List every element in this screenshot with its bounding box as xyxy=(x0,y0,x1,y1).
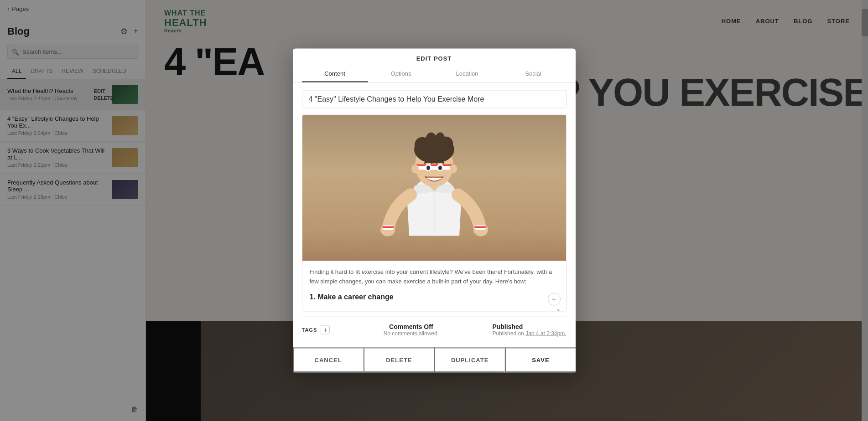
tab-options[interactable]: Options xyxy=(368,66,434,82)
save-button[interactable]: SAVE xyxy=(505,348,575,373)
publish-section: Published Published on Jan 4 at 2:34pm. xyxy=(492,323,566,336)
comments-status: Comments Off xyxy=(384,323,439,330)
add-tag-button[interactable]: + xyxy=(321,325,330,334)
publish-date-link[interactable]: Jan 4 at 2:34pm. xyxy=(525,330,566,336)
modal-tabs: Content Options Location Social xyxy=(293,66,576,83)
tags-label: TAGS xyxy=(302,327,317,332)
post-excerpt: Finding it hard to fit exercise into you… xyxy=(310,267,559,287)
svg-point-12 xyxy=(438,166,442,170)
modal-title: EDIT POST xyxy=(302,55,567,62)
publish-date: Published on Jan 4 at 2:34pm. xyxy=(492,330,566,336)
tab-content[interactable]: Content xyxy=(302,66,368,82)
comments-section: Comments Off No comments allowed. xyxy=(384,323,439,336)
tags-section: TAGS + xyxy=(302,323,330,336)
svg-rect-21 xyxy=(474,226,486,228)
meta-row: TAGS + Comments Off No comments allowed.… xyxy=(302,316,567,341)
modal-body: ↗ xyxy=(293,83,576,347)
content-area: ↗ xyxy=(302,115,567,312)
content-text: Finding it hard to fit exercise into you… xyxy=(302,261,566,311)
edit-post-modal: EDIT POST Content Options Location Socia… xyxy=(293,49,576,373)
post-featured-image[interactable] xyxy=(302,115,566,261)
svg-point-13 xyxy=(411,164,419,174)
svg-rect-8 xyxy=(415,164,453,166)
comments-sub: No comments allowed. xyxy=(384,330,439,336)
svg-point-11 xyxy=(426,166,430,170)
scroll-down-button[interactable]: ⌄ xyxy=(556,305,561,311)
cancel-button[interactable]: CANCEL xyxy=(293,348,364,373)
modal-header: EDIT POST xyxy=(293,49,576,62)
delete-button[interactable]: DELETE xyxy=(364,348,434,373)
tab-location[interactable]: Location xyxy=(434,66,500,82)
duplicate-button[interactable]: DUPLICATE xyxy=(434,348,505,373)
add-section-button[interactable]: + xyxy=(548,293,561,305)
publish-status: Published xyxy=(492,323,566,330)
post-title-input[interactable] xyxy=(302,90,567,108)
modal-footer: CANCEL DELETE DUPLICATE SAVE xyxy=(293,347,576,373)
tab-social[interactable]: Social xyxy=(500,66,567,82)
svg-rect-18 xyxy=(382,226,394,228)
post-subheading: 1. Make a career change xyxy=(310,293,559,301)
svg-point-14 xyxy=(450,164,457,174)
